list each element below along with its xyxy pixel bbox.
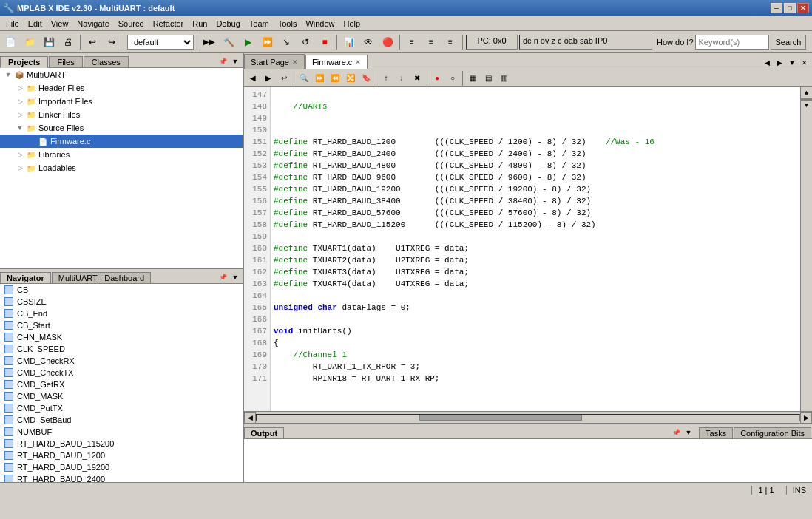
nav-item-cmd-puttx[interactable]: CMD_PutTX	[0, 402, 243, 414]
et2-nextbookmark-button[interactable]: ↓	[394, 72, 409, 85]
left-panel-config-button[interactable]: ▼	[229, 55, 241, 67]
menu-item-help[interactable]: Help	[339, 18, 365, 29]
nav-item-chn-mask[interactable]: CHN_MASK	[0, 331, 243, 343]
tab-nav-left[interactable]: ◀	[761, 57, 773, 69]
nav-item-cmd-checkrx[interactable]: CMD_CheckRX	[0, 355, 243, 367]
et2-find-button[interactable]: 🔍	[297, 72, 311, 85]
et2-btn3[interactable]: ↩	[277, 72, 291, 85]
nav-item-cmd-getrx[interactable]: CMD_GetRX	[0, 379, 243, 390]
tree-root-multiuart[interactable]: ▼ 📦 MultiUART	[0, 68, 243, 81]
menu-item-file[interactable]: File	[1, 18, 24, 29]
clean-button[interactable]: 🔨	[220, 33, 237, 51]
scroll-up-button[interactable]: ▲	[801, 87, 812, 99]
menu-item-navigate[interactable]: Navigate	[72, 18, 113, 29]
nav-item-rt-hard-baud-115200[interactable]: RT_HARD_BAUD_115200	[0, 438, 243, 450]
save-button[interactable]: 💾	[40, 33, 58, 51]
et2-mem1-button[interactable]: ▦	[465, 72, 480, 85]
tree-item-linker-files[interactable]: ▷ 📁 Linker Files	[0, 108, 243, 121]
run-button[interactable]: ▶	[239, 33, 257, 51]
close-button[interactable]: ✕	[797, 3, 809, 13]
nav-item-numbuf[interactable]: NUMBUF	[0, 426, 243, 438]
nav-item-cmd-mask[interactable]: CMD_MASK	[0, 390, 243, 402]
tree-item-libraries[interactable]: ▷ 📁 Libraries	[0, 148, 243, 161]
tree-item-firmware-c[interactable]: 📄 Firmware.c	[0, 135, 243, 148]
nav-item-rt-hard-baud-1200[interactable]: RT_HARD_BAUD_1200	[0, 450, 243, 461]
scroll-right-button[interactable]: ▶	[800, 412, 812, 424]
editor-tab-firmwarec[interactable]: Firmware.c ✕	[305, 55, 368, 69]
et2-mem3-button[interactable]: ▥	[496, 72, 511, 85]
tab-files[interactable]: Files	[49, 56, 82, 67]
menu-item-debug[interactable]: Debug	[212, 18, 244, 29]
et2-toggle-button[interactable]: 🔀	[343, 72, 358, 85]
watch-button[interactable]: 👁	[359, 33, 377, 51]
scroll-down-button[interactable]: ▼	[801, 99, 812, 111]
menu-item-view[interactable]: View	[47, 18, 73, 29]
nav-item-cb-end[interactable]: CB_End	[0, 308, 243, 319]
more-btn2[interactable]: ≡	[422, 33, 440, 51]
tab-projects[interactable]: Projects	[0, 56, 48, 68]
scroll-thumb-vertical[interactable]	[801, 99, 812, 101]
et2-back-button[interactable]: ◀	[246, 72, 260, 85]
et2-mem2-button[interactable]: ▤	[481, 72, 495, 85]
et2-clearall-bp-button[interactable]: ○	[445, 72, 460, 85]
code-content[interactable]: //UARTs #define RT_HARD_BAUD_1200 (((CLK…	[271, 87, 800, 411]
et2-findnext-button[interactable]: ⏩	[312, 72, 327, 85]
tab-startpage-close[interactable]: ✕	[292, 58, 298, 66]
et2-prevbookmark-button[interactable]: ↑	[379, 72, 393, 85]
nav-item-cmd-checktx[interactable]: CMD_CheckTX	[0, 367, 243, 379]
new-button[interactable]: 📄	[1, 33, 19, 51]
code-editor[interactable]: 1471481491501511521531541551561571581591…	[244, 87, 812, 411]
breakpoint-button[interactable]: 🔴	[379, 33, 396, 51]
menu-item-edit[interactable]: Edit	[24, 18, 47, 29]
menu-item-refactor[interactable]: Refactor	[149, 18, 189, 29]
step-over-button[interactable]: ↘	[277, 33, 295, 51]
horizontal-scrollbar[interactable]: ◀ ▶	[244, 411, 812, 423]
nav-item-cb[interactable]: CB	[0, 284, 243, 296]
navigator-pin-button[interactable]: 📌	[217, 271, 229, 283]
tree-item-header-files[interactable]: ▷ 📁 Header Files	[0, 81, 243, 95]
navigator-config-button[interactable]: ▼	[229, 271, 241, 283]
output-tab-tasks[interactable]: Tasks	[699, 427, 733, 438]
minimize-button[interactable]: ─	[771, 3, 782, 13]
tab-nav-menu[interactable]: ▼	[786, 57, 798, 69]
et2-toggle-bp-button[interactable]: ●	[430, 72, 444, 85]
output-tab-configbits[interactable]: Configuration Bits	[734, 427, 811, 438]
left-panel-pin-button[interactable]: 📌	[217, 55, 229, 67]
redo-button[interactable]: ↪	[103, 33, 121, 51]
tree-item-loadables[interactable]: ▷ 📁 Loadables	[0, 161, 243, 174]
search-button[interactable]: Search	[771, 35, 807, 50]
nav-item-cbsize[interactable]: CBSIZE	[0, 296, 243, 308]
tree-item-source-files[interactable]: ▼ 📁 Source Files	[0, 121, 243, 135]
et2-clearbookmarks-button[interactable]: ✖	[410, 72, 424, 85]
et2-findprev-button[interactable]: ⏪	[328, 72, 342, 85]
menu-item-tools[interactable]: Tools	[274, 18, 302, 29]
output-menu-button[interactable]: ▼	[683, 427, 694, 438]
nav-item-rt-hard-baud-19200[interactable]: RT_HARD_BAUD_19200	[0, 461, 243, 473]
more-btn3[interactable]: ≡	[441, 33, 459, 51]
et2-forward-button[interactable]: ▶	[261, 72, 276, 85]
undo-button[interactable]: ↩	[84, 33, 101, 51]
maximize-button[interactable]: □	[784, 3, 796, 13]
keyword-search-input[interactable]	[695, 35, 769, 50]
nav-item-cmd-setbaud[interactable]: CMD_SetBaud	[0, 414, 243, 426]
editor-scrollbar[interactable]: ▲ ▼	[800, 87, 812, 411]
tab-classes[interactable]: Classes	[84, 56, 129, 67]
nav-item-rt-hard-baud-2400[interactable]: RT_HARD_BAUD_2400	[0, 473, 243, 482]
et2-bookmark-button[interactable]: 🔖	[359, 72, 373, 85]
tab-nav-right[interactable]: ▶	[774, 57, 785, 69]
menu-item-team[interactable]: Team	[245, 18, 274, 29]
config-dropdown[interactable]: default	[127, 35, 194, 50]
mem-button[interactable]: 📊	[340, 33, 358, 51]
nav-item-cb-start[interactable]: CB_Start	[0, 319, 243, 331]
tab-navigator[interactable]: Navigator	[0, 272, 51, 283]
scroll-thumb-horizontal[interactable]	[419, 415, 582, 421]
refresh-button[interactable]: ↺	[297, 33, 314, 51]
open-button[interactable]: 📁	[21, 33, 38, 51]
editor-tab-startpage[interactable]: Start Page ✕	[244, 54, 305, 69]
tab-firmwarec-close[interactable]: ✕	[355, 58, 361, 66]
menu-item-window[interactable]: Window	[301, 18, 339, 29]
menu-item-run[interactable]: Run	[188, 18, 212, 29]
step-button[interactable]: ⏩	[258, 33, 276, 51]
output-pin-button[interactable]: 📌	[670, 427, 682, 438]
output-tab-output[interactable]: Output	[244, 427, 284, 438]
